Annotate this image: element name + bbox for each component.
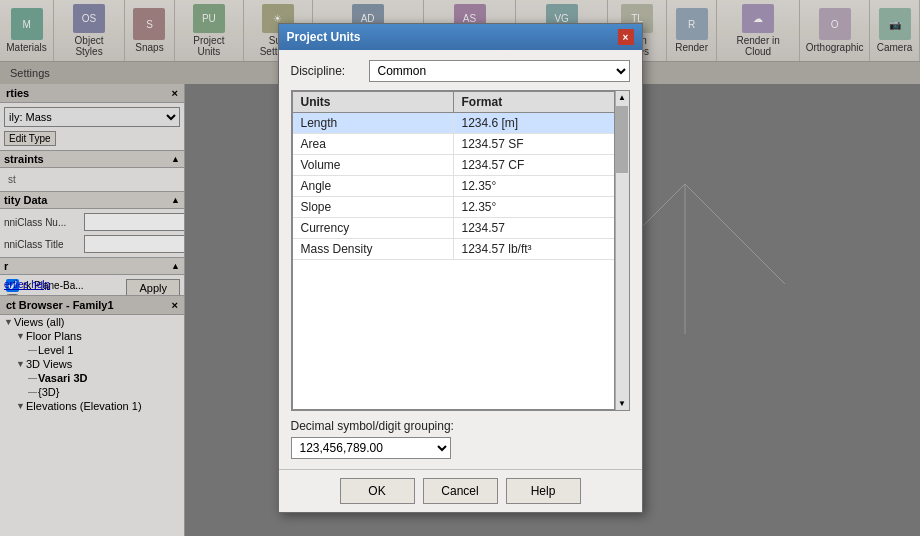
length-format-cell: 1234.6 [m] (454, 113, 614, 133)
decimal-select[interactable]: 123,456,789.00 123.456.789,00 (291, 437, 451, 459)
scrollbar-thumb[interactable] (616, 106, 628, 173)
area-format-cell: 1234.57 SF (454, 134, 614, 154)
scrollbar-up-arrow[interactable]: ▲ (616, 91, 628, 104)
area-units-cell: Area (293, 134, 454, 154)
slope-format-cell: 12.35° (454, 197, 614, 217)
mass-density-format-cell: 1234.57 lb/ft³ (454, 239, 614, 259)
currency-units-cell: Currency (293, 218, 454, 238)
table-row-volume[interactable]: Volume 1234.57 CF (293, 155, 614, 176)
dialog-titlebar: Project Units × (279, 24, 642, 50)
table-row-length[interactable]: Length 1234.6 [m] (293, 113, 614, 134)
discipline-select[interactable]: Common Structural HVAC Electrical Piping… (369, 60, 630, 82)
decimal-label: Decimal symbol/digit grouping: (291, 419, 630, 433)
decimal-section: Decimal symbol/digit grouping: 123,456,7… (291, 419, 630, 459)
table-row-angle[interactable]: Angle 12.35° (293, 176, 614, 197)
table-row-area[interactable]: Area 1234.57 SF (293, 134, 614, 155)
table-row-currency[interactable]: Currency 1234.57 (293, 218, 614, 239)
mass-density-units-cell: Mass Density (293, 239, 454, 259)
currency-format-cell: 1234.57 (454, 218, 614, 238)
units-header-col: Units (293, 92, 454, 112)
dialog-title: Project Units (287, 30, 361, 44)
cancel-button[interactable]: Cancel (423, 478, 498, 504)
ok-button[interactable]: OK (340, 478, 415, 504)
dialog-close-button[interactable]: × (618, 29, 634, 45)
project-units-dialog: Project Units × Discipline: Common Struc… (278, 23, 643, 513)
table-row-mass-density[interactable]: Mass Density 1234.57 lb/ft³ (293, 239, 614, 260)
discipline-row: Discipline: Common Structural HVAC Elect… (291, 60, 630, 82)
volume-units-cell: Volume (293, 155, 454, 175)
help-button[interactable]: Help (506, 478, 581, 504)
slope-units-cell: Slope (293, 197, 454, 217)
units-table-body: Length 1234.6 [m] Area 1234.57 SF Volume… (293, 113, 614, 260)
dialog-footer: OK Cancel Help (279, 469, 642, 512)
table-scrollbar[interactable]: ▲ ▼ (615, 91, 629, 410)
angle-format-cell: 12.35° (454, 176, 614, 196)
dialog-overlay: Project Units × Discipline: Common Struc… (0, 0, 920, 536)
discipline-label: Discipline: (291, 64, 361, 78)
table-row-slope[interactable]: Slope 12.35° (293, 197, 614, 218)
units-table-wrapper: Units Format Length 1234.6 [m] Area 1234… (291, 90, 630, 411)
length-units-cell: Length (293, 113, 454, 133)
units-table: Units Format Length 1234.6 [m] Area 1234… (292, 91, 615, 410)
decimal-select-row: 123,456,789.00 123.456.789,00 (291, 437, 630, 459)
scrollbar-down-arrow[interactable]: ▼ (616, 397, 628, 410)
dialog-content: Discipline: Common Structural HVAC Elect… (279, 50, 642, 469)
format-header-col: Format (454, 92, 614, 112)
angle-units-cell: Angle (293, 176, 454, 196)
volume-format-cell: 1234.57 CF (454, 155, 614, 175)
units-table-header: Units Format (293, 92, 614, 113)
